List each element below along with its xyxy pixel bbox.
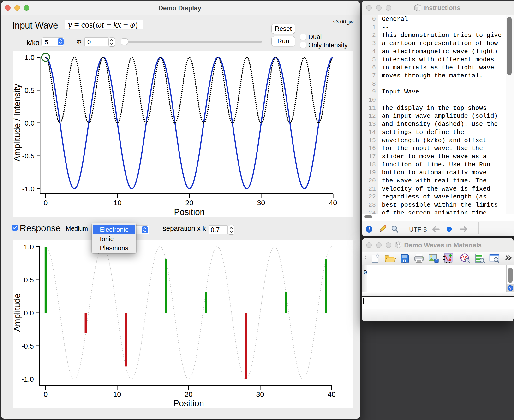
svg-text:40: 40 (328, 390, 336, 398)
svg-text:0.5: 0.5 (24, 86, 35, 94)
svg-text:40: 40 (329, 199, 337, 207)
svg-text:1.0: 1.0 (24, 243, 34, 251)
svg-text:Position: Position (174, 207, 205, 217)
svg-text:?: ? (509, 286, 511, 291)
svg-text:-0.5: -0.5 (22, 152, 35, 160)
svg-text:0: 0 (44, 199, 48, 207)
svg-text:i: i (368, 226, 370, 232)
svg-text:10: 10 (114, 199, 122, 207)
svg-text:10: 10 (113, 390, 121, 398)
svg-text:0.5: 0.5 (24, 276, 34, 284)
svg-text:Position: Position (173, 398, 204, 408)
svg-text:Amplitude / Intensity: Amplitude / Intensity (13, 84, 22, 162)
svg-text:30: 30 (256, 390, 264, 398)
svg-text:0: 0 (44, 390, 48, 398)
svg-text:30: 30 (257, 199, 265, 207)
svg-text:20: 20 (184, 390, 192, 398)
svg-text:20: 20 (185, 199, 193, 207)
svg-text:Amplitude: Amplitude (13, 293, 22, 332)
svg-text:-1.0: -1.0 (22, 185, 35, 193)
svg-text:0.0: 0.0 (24, 309, 34, 317)
svg-text:-1.0: -1.0 (21, 375, 34, 383)
svg-text:-0.5: -0.5 (21, 342, 34, 350)
svg-text:0.0: 0.0 (24, 119, 35, 127)
svg-text:1.0: 1.0 (24, 53, 35, 61)
